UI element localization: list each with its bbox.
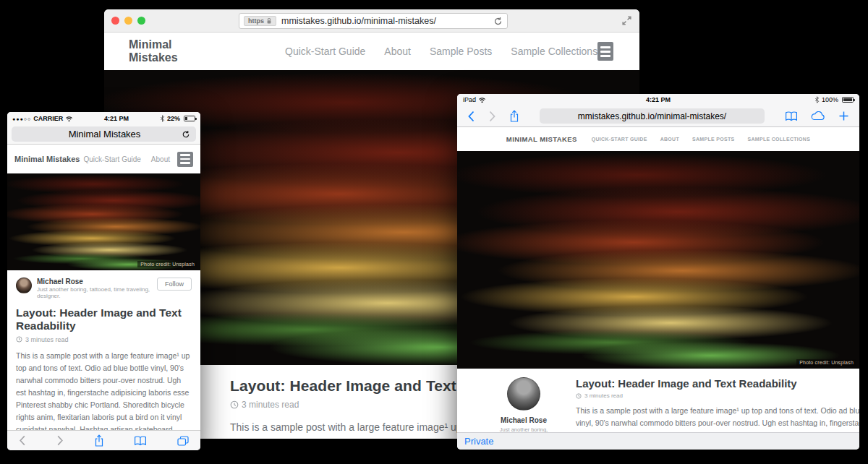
article-body: This is a sample post with a large featu… (576, 405, 859, 432)
reload-icon[interactable] (493, 17, 503, 26)
fullscreen-icon[interactable] (621, 15, 632, 26)
forward-button[interactable] (488, 111, 496, 122)
close-window-button[interactable] (111, 17, 119, 25)
clock-icon (230, 400, 239, 409)
ipad-site-nav: MINIMAL MISTAKES QUICK-START GUIDE ABOUT… (457, 127, 859, 151)
article-meta: 3 minutes read (576, 392, 859, 399)
battery-percent: 22% (167, 115, 180, 122)
iphone-hero-image: Photo credit: Unsplash (7, 173, 200, 270)
nav-link-sample-collections[interactable]: SAMPLE COLLECTIONS (747, 137, 810, 142)
ipad-article: Michael Rose Just another boring, tattoo… (457, 369, 859, 432)
bookmarks-icon[interactable] (134, 436, 147, 446)
ipad-address-bar[interactable]: mmistakes.github.io/minimal-mistakes/ (540, 108, 765, 124)
private-button[interactable]: Private (464, 436, 493, 447)
article-title: Layout: Header Image and Text Readabilit… (576, 377, 859, 390)
desktop-nav-links: Quick-Start Guide About Sample Posts Sam… (285, 46, 597, 57)
author-bio: Just another boring, tattooed, (490, 426, 557, 432)
author-avatar[interactable] (16, 278, 32, 293)
new-tab-icon[interactable] (838, 111, 849, 121)
site-brand-link[interactable]: MINIMAL MISTAKES (506, 135, 577, 143)
nav-link-sample-posts[interactable]: SAMPLE POSTS (692, 137, 734, 142)
site-brand-link[interactable]: Minimal Mistakes (129, 38, 198, 64)
forward-button[interactable] (56, 435, 64, 446)
nav-link-about[interactable]: ABOUT (660, 137, 679, 142)
tabs-icon[interactable] (177, 436, 189, 446)
private-browsing-bar: Private (457, 432, 859, 450)
iphone-site-nav: Minimal Mistakes Quick-Start Guide About (7, 145, 200, 173)
zoom-window-button[interactable] (137, 17, 145, 25)
author-avatar[interactable] (507, 377, 540, 411)
nav-link-about[interactable]: About (384, 46, 411, 57)
back-button[interactable] (19, 435, 26, 446)
clock-time: 4:21 PM (550, 96, 767, 103)
clock-time: 4:21 PM (73, 115, 160, 122)
article-meta: 3 minutes read (16, 336, 192, 343)
lock-icon (266, 17, 272, 25)
nav-link-sample-posts[interactable]: Sample Posts (430, 46, 492, 57)
iphone-nav-links: Quick-Start Guide About (83, 155, 170, 163)
read-time: 3 minutes read (242, 400, 299, 410)
ipad-browser-window: iPad 4:21 PM 100% (457, 94, 859, 450)
battery-percent: 100% (822, 96, 838, 103)
iphone-status-bar: ●●●○○ CARRIER 4:21 PM 22% (7, 112, 200, 125)
battery-icon (842, 97, 854, 103)
battery-icon (184, 116, 195, 121)
reload-icon[interactable] (182, 130, 190, 139)
read-time: 3 minutes read (584, 392, 623, 399)
menu-hamburger-button[interactable] (597, 42, 613, 61)
ipad-status-bar: iPad 4:21 PM 100% (457, 94, 859, 106)
device-label: iPad (463, 96, 476, 103)
back-button[interactable] (467, 111, 475, 122)
author-sidebar: Michael Rose Just another boring, tattoo… (490, 377, 557, 432)
photo-credit: Photo credit: Unsplash (137, 261, 197, 267)
menu-hamburger-button[interactable] (177, 152, 193, 167)
url-text: mmistakes.github.io/minimal-mistakes/ (281, 16, 488, 26)
clock-icon (16, 336, 22, 343)
iphone-address-bar[interactable]: Minimal Mistakes (12, 126, 196, 142)
icloud-tabs-icon[interactable] (811, 111, 825, 121)
article-body: This is a sample post with a large featu… (16, 350, 192, 430)
iphone-article: Michael Rose Just another boring, tattoo… (7, 270, 200, 430)
nav-link-about[interactable]: About (151, 155, 170, 163)
minimize-window-button[interactable] (124, 17, 132, 25)
signal-dots-icon: ●●●○○ (12, 116, 31, 121)
iphone-browser-window: ●●●○○ CARRIER 4:21 PM 22% Minimal Mistak… (7, 112, 200, 450)
wifi-icon (65, 116, 73, 122)
ipad-hero-image: Photo credit: Unsplash (457, 151, 859, 369)
desktop-site-nav: Minimal Mistakes Quick-Start Guide About… (104, 33, 639, 70)
ipad-nav-links: QUICK-START GUIDE ABOUT SAMPLE POSTS SAM… (592, 137, 810, 142)
bookmarks-icon[interactable] (785, 111, 798, 121)
photo-credit: Photo credit: Unsplash (796, 359, 856, 366)
read-time: 3 minutes read (25, 336, 69, 343)
author-bio: Just another boring, tattooed, time trav… (37, 286, 152, 299)
iphone-bottom-toolbar (7, 430, 200, 450)
composition-background: https mmistakes.github.io/minimal-mistak… (0, 0, 868, 464)
wifi-icon (478, 97, 486, 103)
bluetooth-icon (160, 115, 165, 122)
author-row: Michael Rose Just another boring, tattoo… (16, 278, 192, 299)
leaves-photo: Photo credit: Unsplash (457, 151, 859, 369)
nav-link-quickstart[interactable]: Quick-Start Guide (285, 46, 365, 57)
leaves-photo: Photo credit: Unsplash (7, 173, 200, 270)
author-name: Michael Rose (490, 416, 557, 424)
nav-link-quickstart[interactable]: QUICK-START GUIDE (592, 137, 647, 142)
nav-link-sample-collections[interactable]: Sample Collections (511, 46, 597, 57)
carrier-label: CARRIER (33, 115, 63, 122)
iphone-url-row: Minimal Mistakes (7, 125, 200, 145)
bluetooth-icon (814, 96, 820, 103)
nav-link-quickstart[interactable]: Quick-Start Guide (83, 155, 140, 163)
desktop-address-bar[interactable]: https mmistakes.github.io/minimal-mistak… (239, 13, 508, 29)
follow-button[interactable]: Follow (157, 278, 192, 291)
url-text: Minimal Mistakes (17, 129, 182, 139)
window-controls (111, 17, 145, 25)
clock-icon (576, 393, 582, 399)
share-icon[interactable] (509, 110, 519, 123)
author-name: Michael Rose (37, 278, 152, 285)
https-badge: https (244, 16, 276, 26)
article-title: Layout: Header Image and Text Readabilit… (16, 306, 192, 332)
ipad-browser-toolbar: mmistakes.github.io/minimal-mistakes/ (457, 106, 859, 127)
share-icon[interactable] (94, 434, 104, 447)
desktop-title-bar: https mmistakes.github.io/minimal-mistak… (104, 9, 639, 33)
site-brand-link[interactable]: Minimal Mistakes (14, 155, 83, 163)
